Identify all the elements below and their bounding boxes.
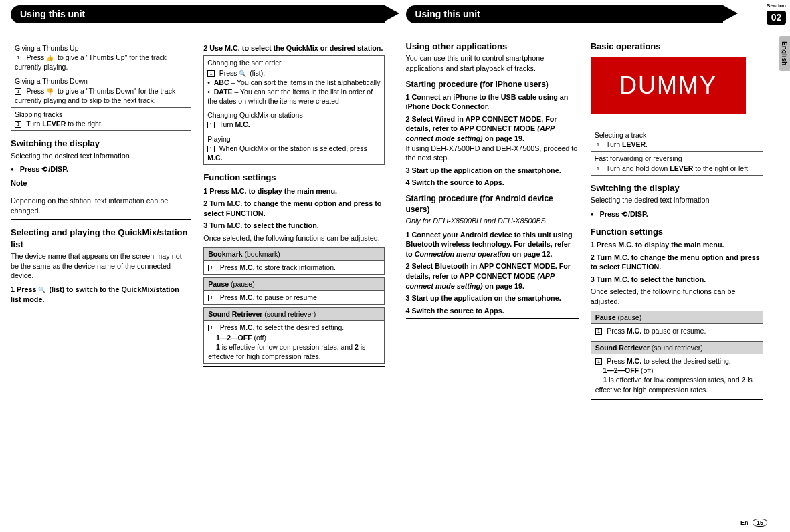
sr-text: Press <box>220 323 240 331</box>
basic-operations-heading: Basic operations <box>591 41 763 53</box>
row-text: Press <box>219 69 239 77</box>
thumbs-down-icon <box>46 87 56 95</box>
fs-step2: 2 Turn M.C. to change the menu option an… <box>591 253 763 272</box>
thumbs-up-icon <box>46 53 56 61</box>
ip2c: on page 19. <box>483 134 524 142</box>
step-number-icon: 1 <box>208 325 215 331</box>
function-settings-heading: Function settings <box>591 226 763 238</box>
disp-icon <box>41 165 48 173</box>
press-disp-text: Press <box>600 210 621 218</box>
right-columns: Using other applications You can use thi… <box>406 41 764 404</box>
pause-header: Pause (pause) <box>203 277 384 291</box>
header-right: Using this unit <box>406 5 724 23</box>
sr-paren: (sound retriever) <box>264 310 316 318</box>
iphone-step2: 2 Select Wired in APP CONNECT MODE. For … <box>406 114 579 163</box>
fs2-text: 2 Turn M.C. to change the menu option an… <box>591 253 760 271</box>
pause-title: Pause <box>208 280 231 288</box>
step-text: 1 Press <box>11 285 38 293</box>
row-title: Selecting a track <box>595 131 647 139</box>
fs3-text: 3 Turn M.C. to select the function. <box>591 275 706 283</box>
abc-label: ABC <box>214 78 229 86</box>
sr-bold: M.C. <box>239 323 254 331</box>
fs-step3-tail: Once selected, the following functions c… <box>591 287 763 306</box>
header-left-wrap: Using this unit <box>11 5 385 23</box>
press-disp-step: Press /DISP. <box>11 164 191 174</box>
an2c: on page 19. <box>483 282 524 290</box>
row-text: Press <box>26 87 46 95</box>
sound-retriever-group: Sound Retriever (sound retriever) 1 Pres… <box>203 307 384 364</box>
r2b: LEVER <box>670 164 693 172</box>
sr-note-mid: is effective for low compression rates, … <box>220 343 355 351</box>
abc-tail: – You can sort the items in the list alp… <box>229 78 381 86</box>
switching-display-heading: Switching the display <box>591 182 763 194</box>
table-row: Giving a Thumbs Down 1 Press to give a "… <box>11 74 191 108</box>
switching-display-heading: Switching the display <box>11 138 191 150</box>
disp-icon <box>621 210 628 218</box>
footer-lang: En <box>740 519 749 526</box>
note-label: Note <box>11 178 191 188</box>
table-row: Giving a Thumbs Up 1 Press to give a "Th… <box>11 41 191 74</box>
pause-tail: to pause or resume. <box>255 293 319 301</box>
pause-group: Pause (pause) 1 Press M.C. to pause or r… <box>591 311 763 338</box>
bookmark-text: Press <box>220 263 240 271</box>
pause-tail: to pause or resume. <box>641 327 706 335</box>
android-note: Only for DEH-X8500BH and DEH-X8500BS <box>406 216 579 226</box>
fs-step3: 3 Turn M.C. to select the function. <box>591 275 763 285</box>
footer: En 15 <box>740 519 767 527</box>
divider <box>203 366 384 367</box>
fs-step3-tail: Once selected, the following functions c… <box>203 233 384 243</box>
table-row: Skipping tracks 1 Turn LEVER to the righ… <box>11 107 191 130</box>
step-number-icon: 1 <box>595 328 602 335</box>
bookmark-header: Bookmark (bookmark) <box>203 247 384 261</box>
step-number-icon: 1 <box>207 146 214 152</box>
row-bold: M.C. <box>235 120 250 128</box>
step-number-icon: 1 <box>595 166 601 172</box>
section-badge: Section 02 <box>767 0 786 25</box>
step-number-icon: 1 <box>595 358 602 365</box>
fs-step1: 1 Press M.C. to display the main menu. <box>203 186 384 196</box>
android-step2: 2 Select Bluetooth in APP CONNECT MODE. … <box>406 261 579 291</box>
android-step1: 1 Connect your Android device to this un… <box>406 230 579 259</box>
pause-bold: M.C. <box>627 327 641 335</box>
table-row: Fast forwarding or reversing 1 Turn and … <box>591 152 763 175</box>
sr-opts-tail: (off) <box>252 334 266 342</box>
ip3-text: 3 Start up the application on the smartp… <box>406 166 561 174</box>
iphone-step4: 4 Switch the source to Apps. <box>406 178 579 188</box>
basic-ops-table: Selecting a track 1 Turn LEVER. Fast for… <box>591 128 763 176</box>
pause-text: Press <box>607 327 627 335</box>
section-number: 02 <box>767 11 786 25</box>
sr-header: Sound Retriever (sound retriever) <box>203 307 384 321</box>
pause-body: 1 Press M.C. to pause or resume. <box>203 291 384 305</box>
android-step3: 3 Start up the application on the smartp… <box>406 293 579 303</box>
divider <box>591 399 763 400</box>
language-tab: English <box>779 36 791 71</box>
row-title: Playing <box>207 135 230 143</box>
sr-opts: 1—2—OFF <box>216 334 252 342</box>
divider <box>11 219 191 220</box>
row-title: Skipping tracks <box>15 110 62 118</box>
row-text-tail: to the right. <box>68 120 103 128</box>
page: Using this unit Giving a Thumbs Up 1 Pre… <box>0 0 790 532</box>
fs1-text: 1 Press M.C. to display the main menu. <box>591 241 724 249</box>
bookmark-tail: to store track information. <box>255 263 336 271</box>
sr-tail: to select the desired setting. <box>255 323 344 331</box>
an1b: Connection menu operation <box>415 250 510 258</box>
fs-step1: 1 Press M.C. to display the main menu. <box>591 240 763 250</box>
an3-text: 3 Start up the application on the smartp… <box>406 294 561 302</box>
iphone-step3: 3 Start up the application on the smartp… <box>406 166 579 176</box>
ip2a: 2 Select Wired in APP CONNECT MODE. For … <box>406 115 557 133</box>
bookmark-title: Bookmark <box>208 250 244 258</box>
pause-header: Pause (pause) <box>591 311 763 324</box>
quickmix-step1: 1 Press (list) to switch to the QuickMix… <box>11 285 191 304</box>
press-disp-bold: /DISP. <box>48 165 68 173</box>
step-number-icon: 1 <box>208 265 215 271</box>
sr-note-mid: is effective for low compression rates, … <box>607 376 741 384</box>
pause-paren: (pause) <box>618 313 642 321</box>
sr-body: 1 Press M.C. to select the desired setti… <box>591 354 763 396</box>
bookmark-group: Bookmark (bookmark) 1 Press M.C. to stor… <box>203 247 384 275</box>
r1b: LEVER <box>622 140 646 148</box>
list-icon <box>239 69 248 77</box>
header-right-wrap: Using this unit <box>406 5 724 23</box>
other-apps-heading: Using other applications <box>406 41 579 53</box>
step-number-icon: 1 <box>208 295 215 301</box>
